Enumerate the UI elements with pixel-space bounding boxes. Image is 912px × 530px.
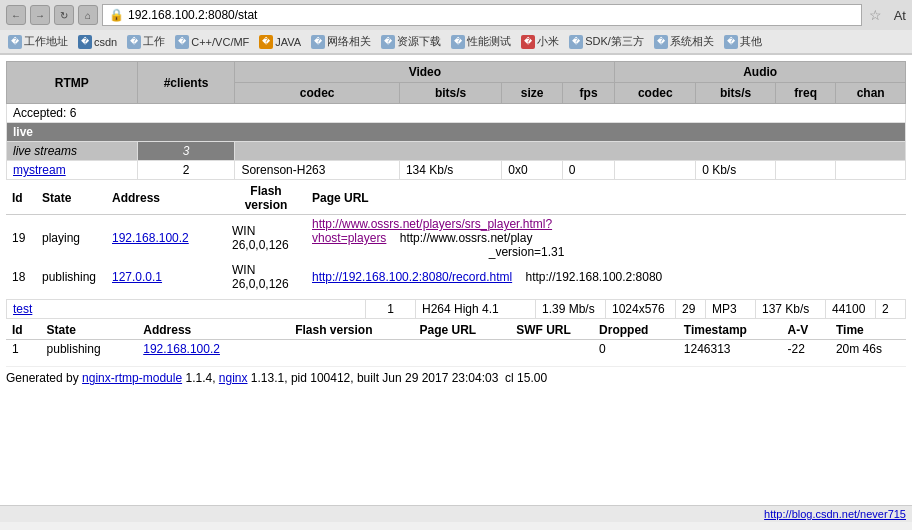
bookmark-star-button[interactable]: ☆ <box>866 5 886 25</box>
test-client-flash-header: Flash version <box>289 321 413 340</box>
bookmark-item[interactable]: �工作地址 <box>4 32 72 51</box>
refresh-button[interactable]: ↻ <box>54 5 74 25</box>
audio-codec-header: codec <box>615 83 696 104</box>
live-section-header: live <box>7 123 906 142</box>
bookmark-icon: � <box>259 35 273 49</box>
audio-bitrate-header: bits/s <box>696 83 776 104</box>
bookmark-item[interactable]: �SDK/第三方 <box>565 32 648 51</box>
mystream-clients: 2 <box>137 161 235 180</box>
mystream-audio-codec <box>615 161 696 180</box>
bookmark-icon: � <box>175 35 189 49</box>
bookmark-icon: � <box>311 35 325 49</box>
bookmark-item[interactable]: �其他 <box>720 32 766 51</box>
client-state-19: playing <box>36 215 106 262</box>
test-client-timestamp-header: Timestamp <box>678 321 782 340</box>
mystream-fps: 0 <box>562 161 615 180</box>
mystream-size: 0x0 <box>502 161 563 180</box>
client-state-18: publishing <box>36 261 106 293</box>
clients-header: #clients <box>137 62 235 104</box>
bookmark-item[interactable]: �网络相关 <box>307 32 375 51</box>
at-label: At <box>894 8 906 23</box>
test-codec: H264 High 4.1 <box>416 300 536 319</box>
mystream-bitrate: 134 Kb/s <box>399 161 501 180</box>
client-address-header: Address <box>106 182 226 215</box>
test-audio-codec: MP3 <box>706 300 756 319</box>
test-client-time-header: Time <box>830 321 906 340</box>
forward-button[interactable]: → <box>30 5 50 25</box>
test-client-av: -22 <box>782 340 830 359</box>
test-client-page <box>414 340 511 359</box>
client-row-19: 19 playing 192.168.100.2 WIN26,0,0,126 h… <box>6 215 906 262</box>
generated-line: Generated by nginx-rtmp-module 1.1.4, ng… <box>6 366 906 389</box>
test-clients-table: Id State Address Flash version Page URL … <box>6 321 906 358</box>
client-pageurl-18: http://192.168.100.2:8080/record.html ht… <box>306 261 906 293</box>
test-clients: 1 <box>366 300 416 319</box>
bookmark-item[interactable]: �小米 <box>517 32 563 51</box>
bookmark-item[interactable]: �csdn <box>74 33 121 51</box>
status-url: http://blog.csdn.net/never715 <box>764 508 906 520</box>
test-client-id: 1 <box>6 340 41 359</box>
home-button[interactable]: ⌂ <box>78 5 98 25</box>
client-id-19: 19 <box>6 215 36 262</box>
bookmark-icon: � <box>569 35 583 49</box>
bookmark-label: 其他 <box>740 34 762 49</box>
test-name[interactable]: test <box>7 300 366 319</box>
client-addr-18[interactable]: 127.0.0.1 <box>106 261 226 293</box>
browser-chrome: ← → ↻ ⌂ 🔒 192.168.100.2:8080/stat ☆ At �… <box>0 0 912 55</box>
bookmark-item[interactable]: �JAVA <box>255 33 305 51</box>
bookmark-label: csdn <box>94 36 117 48</box>
fps-header: fps <box>562 83 615 104</box>
bookmark-label: SDK/第三方 <box>585 34 644 49</box>
test-client-state: publishing <box>41 340 138 359</box>
test-client-id-header: Id <box>6 321 41 340</box>
test-client-dropped-header: Dropped <box>593 321 678 340</box>
module-link[interactable]: nginx-rtmp-module <box>82 371 182 385</box>
bookmark-label: C++/VC/MF <box>191 36 249 48</box>
status-bar: http://blog.csdn.net/never715 <box>0 505 912 522</box>
bookmark-item[interactable]: �性能测试 <box>447 32 515 51</box>
bookmark-label: 系统相关 <box>670 34 714 49</box>
client-pageurl-header: Page URL <box>306 182 906 215</box>
test-client-addr[interactable]: 192.168.100.2 <box>137 340 289 359</box>
mystream-clients-table: Id State Address Flashversion Page URL 1… <box>6 182 906 293</box>
cl-text: cl 15.00 <box>505 371 547 385</box>
size-header: size <box>502 83 563 104</box>
bookmark-icon: � <box>381 35 395 49</box>
test-fps: 29 <box>676 300 706 319</box>
client-flash-18: WIN26,0,0,126 <box>226 261 306 293</box>
nginx-link[interactable]: nginx <box>219 371 248 385</box>
rtmp-stat-table: RTMP #clients Video Audio codec bits/s s… <box>6 61 906 180</box>
test-freq: 44100 <box>826 300 876 319</box>
test-client-pageurl-header: Page URL <box>414 321 511 340</box>
test-client-swfurl-header: SWF URL <box>510 321 593 340</box>
accepted-cell: Accepted: 6 <box>7 104 906 123</box>
test-client-av-header: A-V <box>782 321 830 340</box>
chan-header: chan <box>836 83 906 104</box>
bookmark-label: 网络相关 <box>327 34 371 49</box>
client-flash-19: WIN26,0,0,126 <box>226 215 306 262</box>
bookmark-label: 资源下载 <box>397 34 441 49</box>
bookmark-label: 小米 <box>537 34 559 49</box>
test-chan: 2 <box>876 300 906 319</box>
address-text: 192.168.100.2:8080/stat <box>128 8 257 22</box>
bookmark-label: 性能测试 <box>467 34 511 49</box>
address-bar[interactable]: 🔒 192.168.100.2:8080/stat <box>102 4 862 26</box>
back-button[interactable]: ← <box>6 5 26 25</box>
bookmark-item[interactable]: �工作 <box>123 32 169 51</box>
bookmark-item[interactable]: �资源下载 <box>377 32 445 51</box>
bookmark-icon: � <box>8 35 22 49</box>
bookmark-label: 工作 <box>143 34 165 49</box>
rtmp-header: RTMP <box>7 62 138 104</box>
client-pageurl-19: http://www.ossrs.net/players/srs_player.… <box>306 215 906 262</box>
mystream-name[interactable]: mystream <box>7 161 138 180</box>
test-client-flash <box>289 340 413 359</box>
bookmark-icon: � <box>127 35 141 49</box>
bitrate-header: bits/s <box>399 83 501 104</box>
test-client-timestamp: 1246313 <box>678 340 782 359</box>
bookmark-item[interactable]: �系统相关 <box>650 32 718 51</box>
client-flash-header: Flashversion <box>226 182 306 215</box>
client-addr-19[interactable]: 192.168.100.2 <box>106 215 226 262</box>
bookmark-item[interactable]: �C++/VC/MF <box>171 33 253 51</box>
live-streams-count: 3 <box>137 142 235 161</box>
bookmark-icon: � <box>78 35 92 49</box>
